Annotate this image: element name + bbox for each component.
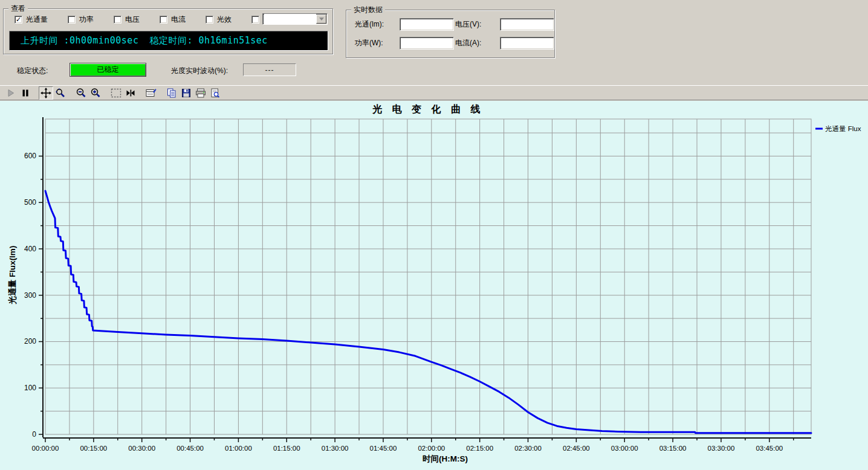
realtime-field-input[interactable]: [500, 37, 554, 50]
view-combo[interactable]: [262, 13, 328, 25]
view-combo-input[interactable]: [264, 14, 316, 24]
realtime-field-label: 功率(W):: [355, 38, 400, 48]
zoom-window-button[interactable]: [53, 86, 68, 100]
realtime-field-label: 光通(lm):: [355, 19, 400, 30]
checkbox-icon[interactable]: [206, 16, 213, 24]
view-checkbox-row: ✓光通量功率电压电流光效其它: [15, 14, 297, 24]
pause-button[interactable]: [18, 86, 33, 100]
stability-status-label: 稳定状态:: [17, 66, 48, 76]
x-tick-label: 00:30:00: [128, 445, 155, 452]
realtime-field-input[interactable]: [400, 37, 454, 50]
stability-status-badge[interactable]: 已稳定: [70, 63, 146, 77]
x-tick-label: 00:15:00: [80, 445, 107, 452]
select-region-button[interactable]: [109, 86, 123, 100]
x-tick-label: 00:45:00: [177, 445, 204, 452]
view-checkbox-label: 光通量: [26, 14, 48, 25]
fluctuation-value: ---: [265, 66, 274, 74]
checkbox-icon[interactable]: [114, 16, 121, 24]
pan-arrows-icon: [40, 88, 51, 98]
x-tick-label: 02:00:00: [418, 445, 445, 452]
y-tick-label: 500: [24, 198, 36, 207]
pan-button[interactable]: [39, 86, 53, 100]
view-checkbox[interactable]: 光效: [206, 14, 232, 25]
realtime-field-input[interactable]: [500, 18, 554, 31]
zoom-in-button[interactable]: [88, 86, 103, 100]
legend-label: 光通量 Flux: [825, 125, 861, 132]
magnifier-plus-icon: [90, 88, 101, 98]
realtime-group-title: 实时数据: [351, 6, 385, 13]
x-tick-label: 01:00:00: [225, 445, 252, 452]
chart-title: 光 电 变 化 曲 线: [372, 104, 484, 114]
chart-canvas[interactable]: 010020030040050060000:00:0000:15:0000:30…: [0, 101, 868, 470]
copy-button[interactable]: [164, 86, 179, 100]
collapse-horizontal-icon: [126, 88, 135, 98]
x-tick-label: 01:45:00: [370, 445, 397, 452]
y-tick-label: 0: [32, 430, 36, 439]
flux-time-chart[interactable]: 010020030040050060000:00:0000:15:0000:30…: [0, 101, 868, 470]
chevron-down-icon: [319, 18, 324, 23]
view-group-title: 查看: [8, 5, 28, 12]
preview-button[interactable]: [208, 86, 222, 100]
y-tick-label: 100: [24, 384, 36, 392]
x-tick-label: 03:30:00: [708, 445, 735, 452]
play-icon: [6, 88, 16, 98]
y-tick-label: 300: [24, 291, 36, 300]
status-row: 稳定状态: 已稳定 光度实时波动(%): ---: [0, 62, 868, 78]
play-button[interactable]: [4, 86, 18, 100]
x-tick-label: 02:45:00: [563, 445, 590, 452]
fluctuation-label: 光度实时波动(%):: [171, 66, 228, 76]
x-axis-title: 时间(H:M:S): [423, 454, 468, 463]
copy-icon: [167, 88, 177, 98]
pause-icon: [21, 88, 30, 98]
x-tick-label: 03:00:00: [611, 445, 638, 452]
y-tick-label: 200: [24, 337, 36, 346]
magnifier-arrows-icon: [55, 88, 66, 98]
x-tick-label: 02:30:00: [514, 445, 542, 452]
fit-axes-button[interactable]: [123, 86, 138, 100]
y-axis-title: 光通量 Flux(lm): [8, 246, 17, 305]
checkbox-icon[interactable]: [160, 16, 167, 24]
view-checkbox-label: 光效: [217, 14, 232, 25]
view-checkbox-label: 电流: [171, 14, 186, 25]
checkbox-icon[interactable]: [251, 16, 259, 24]
view-checkbox[interactable]: ✓光通量: [15, 14, 48, 25]
checkbox-checked-icon[interactable]: ✓: [15, 16, 22, 24]
x-tick-label: 03:45:00: [756, 445, 783, 452]
magnifier-minus-icon: [76, 88, 86, 98]
realtime-field-input[interactable]: [400, 18, 454, 31]
print-button[interactable]: [193, 86, 208, 100]
realtime-field-label: 电流(A):: [455, 38, 500, 48]
flux-series-line: [45, 191, 811, 433]
view-groupbox: 查看 ✓光通量功率电压电流光效其它 上升时间 :0h00min00sec 稳定时…: [3, 8, 333, 54]
view-checkbox[interactable]: 电压: [114, 14, 140, 25]
properties-icon: [146, 88, 157, 98]
combo-dropdown-button[interactable]: [316, 14, 326, 24]
chart-toolbar: [0, 85, 868, 100]
timing-led-display: 上升时间 :0h00min00sec 稳定时间: 0h16min51sec: [9, 31, 328, 51]
view-checkbox-label: 电压: [125, 14, 140, 25]
preview-icon: [210, 88, 220, 98]
x-tick-label: 01:15:00: [273, 445, 300, 452]
plot-frame: [45, 119, 811, 434]
properties-button[interactable]: [144, 86, 158, 100]
realtime-field-label: 电压(V):: [455, 19, 500, 30]
realtime-fields-grid: 光通(lm):电压(V):功率(W):电流(A):: [355, 18, 555, 50]
zoom-out-button[interactable]: [74, 86, 88, 100]
view-checkbox[interactable]: 电流: [160, 14, 186, 25]
checkbox-icon[interactable]: [68, 16, 76, 24]
stable-time-text: 稳定时间: 0h16min51sec: [149, 35, 267, 47]
x-tick-label: 01:30:00: [322, 445, 349, 452]
save-icon: [181, 88, 191, 98]
y-tick-label: 400: [24, 245, 36, 253]
stability-status-value: 已稳定: [97, 65, 119, 75]
view-checkbox[interactable]: 功率: [68, 14, 94, 25]
view-checkbox-label: 功率: [79, 14, 94, 25]
save-button[interactable]: [179, 86, 193, 100]
application-window: 查看 ✓光通量功率电压电流光效其它 上升时间 :0h00min00sec 稳定时…: [0, 0, 868, 470]
x-tick-label: 00:00:00: [32, 445, 59, 452]
fluctuation-value-field: ---: [243, 63, 296, 76]
dashed-rect-icon: [111, 88, 121, 98]
rise-time-text: 上升时间 :0h00min00sec: [21, 35, 138, 47]
x-tick-label: 03:15:00: [659, 445, 687, 452]
print-icon: [195, 88, 206, 98]
